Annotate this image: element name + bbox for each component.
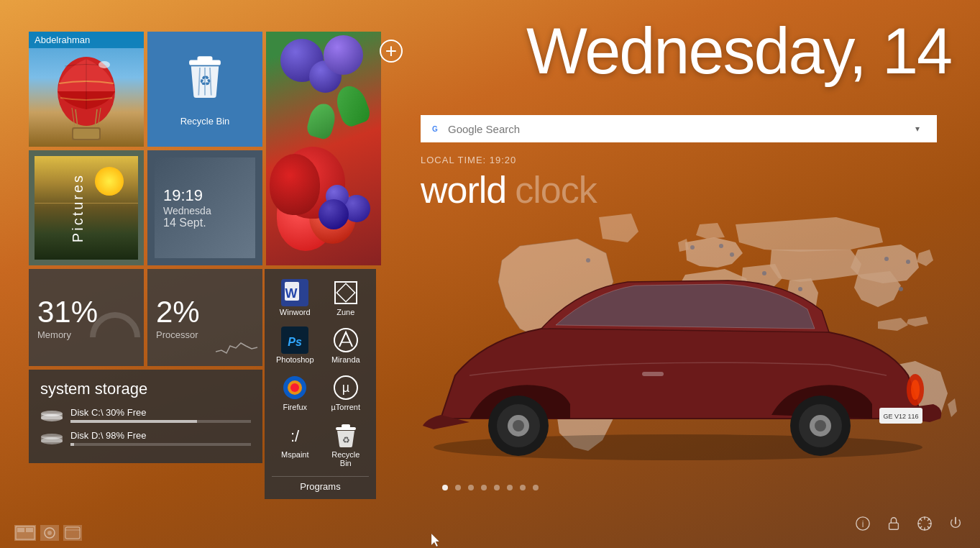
svg-rect-35	[73, 129, 99, 139]
world-clock-section: LOCAL TIME: 19:20 world clock	[421, 155, 597, 211]
svg-line-81	[920, 526, 922, 529]
svg-rect-73	[889, 523, 899, 529]
svg-rect-67	[342, 424, 350, 428]
svg-point-45	[41, 411, 63, 416]
disk-c-bar-bg	[70, 420, 251, 423]
taskbar-item-2[interactable]	[40, 525, 59, 541]
clock-date: 14 Sept.	[163, 216, 247, 229]
add-tile-button[interactable]: +	[380, 40, 403, 63]
program-mspaint[interactable]: :/ Mspaint	[272, 419, 319, 470]
svg-text:i: i	[862, 519, 864, 529]
recycle-bin-prog-label: Recycle Bin	[326, 450, 367, 467]
winword-label: Winword	[280, 308, 311, 316]
processor-sparkline	[216, 337, 259, 359]
svg-text::/: :/	[290, 427, 300, 445]
disk-d-info: Disk D:\ 98% Free	[70, 430, 251, 446]
program-winword[interactable]: W Winword	[272, 276, 319, 319]
svg-line-79	[920, 519, 922, 521]
svg-rect-38	[198, 56, 213, 61]
recycle-bin-icon: ♻	[180, 52, 230, 113]
profile-balloon-bg	[29, 32, 144, 147]
svg-line-80	[928, 526, 930, 529]
tile-processor[interactable]: 2% Processor	[147, 269, 262, 366]
date-display: Wednesday, 14	[526, 14, 951, 88]
utorrent-icon: µ	[332, 374, 360, 401]
disk-c-icon	[40, 408, 63, 422]
programs-grid: W Winword Zune	[272, 276, 369, 470]
mspaint-label: Mspaint	[281, 450, 309, 459]
svg-point-36	[99, 61, 110, 68]
program-utorrent[interactable]: µ µTorrent	[323, 371, 370, 414]
miranda-icon	[332, 326, 360, 354]
tile-profile[interactable]: Abdelrahman	[29, 32, 144, 147]
disk-d-label: Disk D:\ 98% Free	[70, 430, 251, 441]
search-dropdown-arrow[interactable]: ▾	[915, 124, 930, 134]
horizon-line	[35, 203, 138, 204]
taskbar	[14, 525, 82, 541]
disk-d-bar-fill	[70, 443, 74, 446]
recycle-bin-label: Recycle Bin	[180, 116, 230, 127]
power-icon[interactable]	[945, 513, 966, 534]
disk-c-row: Disk C:\ 30% Free	[40, 407, 251, 423]
clock-day: Wednesda	[163, 205, 247, 216]
svg-line-82	[928, 519, 930, 521]
clock-bg: 19:19 Wednesda 14 Sept.	[155, 157, 255, 258]
svg-point-48	[41, 434, 63, 439]
blueberry-b3	[319, 199, 349, 229]
svg-rect-85	[26, 528, 33, 532]
program-recycle-bin[interactable]: ♻ Recycle Bin	[323, 419, 370, 470]
zune-label: Zune	[336, 308, 354, 316]
left-panel: Abdelrahman	[0, 0, 377, 548]
info-icon[interactable]: i	[853, 513, 873, 534]
google-logo: G	[428, 122, 442, 136]
disk-c-bar-fill	[70, 420, 197, 423]
bottom-icons: i	[853, 513, 966, 534]
right-section: Wednesday, 14 G ▾ LOCAL TIME: 19:20 worl…	[377, 0, 980, 548]
program-photoshop[interactable]: Ps Photoshop	[272, 324, 319, 367]
profile-username: Abdelrahman	[29, 32, 144, 48]
lock-icon[interactable]	[884, 513, 904, 534]
tile-pictures[interactable]: Pictures	[29, 150, 144, 265]
svg-point-87	[47, 531, 52, 535]
pictures-label: Pictures	[70, 173, 86, 242]
processor-value: 2%	[156, 295, 254, 329]
program-zune[interactable]: Zune	[323, 276, 370, 319]
program-firefox[interactable]: Firefux	[272, 371, 319, 414]
tile-fruits[interactable]	[266, 32, 381, 265]
search-bar[interactable]: G ▾	[421, 115, 937, 142]
tile-clock[interactable]: 19:19 Wednesda 14 Sept.	[147, 150, 262, 265]
pictures-bg-gradient	[35, 156, 138, 260]
tile-recycle-bin[interactable]: ♻ Recycle Bin	[147, 32, 262, 147]
svg-text:♻: ♻	[342, 435, 349, 445]
fruit-leaf	[332, 82, 372, 129]
svg-text:W: W	[285, 286, 298, 301]
storage-title: system storage	[40, 380, 251, 398]
programs-title: Programs	[272, 476, 369, 492]
taskbar-item-3[interactable]	[63, 525, 82, 541]
winword-icon: W	[281, 279, 308, 306]
balloon-icon	[50, 52, 122, 145]
world-clock-title-row: world clock	[421, 168, 597, 211]
disk-d-bar-bg	[70, 443, 251, 446]
photoshop-icon: Ps	[281, 326, 308, 354]
search-input[interactable]	[448, 123, 915, 135]
tile-storage: system storage Disk C:\ 30% Free	[29, 370, 262, 463]
program-miranda[interactable]: Miranda	[323, 324, 370, 367]
disk-d-icon	[40, 431, 63, 445]
taskbar-item-1[interactable]	[14, 525, 36, 541]
svg-text:Ps: Ps	[288, 336, 302, 348]
svg-text:G: G	[432, 125, 438, 133]
fruit-berry-2	[270, 154, 320, 215]
clock-time: 19:19	[163, 186, 247, 205]
fruit-leaf-2	[305, 101, 338, 140]
tile-memory[interactable]: 31% Memory	[29, 269, 144, 366]
local-time-label: LOCAL TIME: 19:20	[421, 155, 597, 165]
utorrent-label: µTorrent	[331, 403, 360, 411]
firefox-icon	[281, 374, 308, 401]
settings-icon[interactable]	[915, 513, 935, 534]
plus-icon: +	[385, 40, 397, 63]
photoshop-label: Photoshop	[276, 355, 314, 364]
pictures-bg	[35, 156, 138, 260]
world-label-bold: world	[421, 168, 506, 211]
disk-d-row: Disk D:\ 98% Free	[40, 430, 251, 446]
